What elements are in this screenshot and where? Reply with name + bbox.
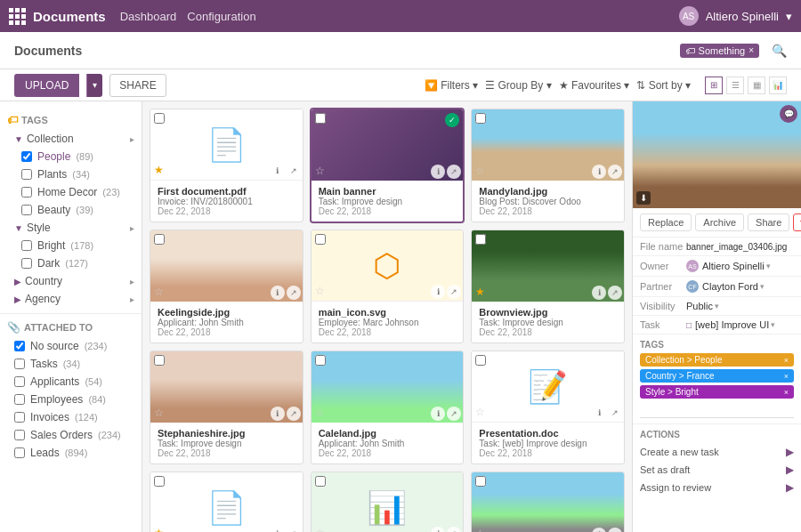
info-icon[interactable]: ℹ xyxy=(431,527,445,532)
sidebar-item-home-decor[interactable]: Home Decor (23) xyxy=(0,183,142,201)
tag-remove-icon[interactable]: × xyxy=(784,388,789,397)
star-icon[interactable]: ☆ xyxy=(154,286,164,298)
tag-collection-people[interactable]: Collection > People × xyxy=(640,353,794,367)
filter-button[interactable]: 🔽 Filters ▾ xyxy=(425,79,478,92)
star-icon[interactable]: ☆ xyxy=(315,527,325,532)
sidebar-item-employees[interactable]: Employees (84) xyxy=(0,391,142,408)
doc-checkbox[interactable] xyxy=(154,113,165,124)
sidebar-item-sales-orders[interactable]: Sales Orders (234) xyxy=(0,426,142,444)
star-icon[interactable]: ☆ xyxy=(315,165,325,177)
share-icon[interactable]: ↗ xyxy=(447,527,461,532)
share-icon[interactable]: ↗ xyxy=(447,407,461,421)
action-create-task[interactable]: Create a new task ▶ xyxy=(640,443,794,461)
tag-style-bright[interactable]: Style > Bright × xyxy=(640,385,794,399)
tasks-checkbox[interactable] xyxy=(14,359,25,369)
action-set-draft[interactable]: Set as draft ▶ xyxy=(640,461,794,479)
share-icon[interactable]: ↗ xyxy=(608,528,622,532)
action-assign-review[interactable]: Assign to review ▶ xyxy=(640,479,794,496)
sidebar-attached-header[interactable]: 📎 ATTACHED TO xyxy=(0,318,142,337)
document-card[interactable]: ☆ℹ↗ Mandyland.jpg Blog Post: Discover Od… xyxy=(471,109,625,222)
document-card[interactable]: ☆ℹ↗ Keelingside.jpg Applicant: John Smit… xyxy=(150,230,303,343)
doc-checkbox[interactable] xyxy=(154,234,165,245)
star-icon[interactable]: ☆ xyxy=(315,285,325,297)
sidebar-item-people[interactable]: People (89) xyxy=(0,148,142,165)
star-icon[interactable]: ★ xyxy=(154,164,164,176)
star-icon[interactable]: ☆ xyxy=(475,406,485,418)
document-card[interactable]: 📄★ℹ↗ First document.pdf Invoice: INV/201… xyxy=(150,109,303,222)
doc-checkbox[interactable] xyxy=(475,355,486,366)
doc-checkbox[interactable] xyxy=(315,234,326,245)
star-icon[interactable]: ☆ xyxy=(475,165,485,177)
archive-button[interactable]: Archive xyxy=(695,214,744,231)
view-grid-icon[interactable]: ⊞ xyxy=(705,77,723,94)
document-card[interactable]: ☆ℹ↗ East Orlandomouth.jpg Task: Improve … xyxy=(471,472,625,532)
sidebar-item-collection[interactable]: ▼ Collection ▸ xyxy=(0,130,142,148)
panel-share-button[interactable]: Share xyxy=(748,214,789,231)
group-by-button[interactable]: ☰ Group By ▾ xyxy=(485,79,551,92)
info-icon[interactable]: ℹ xyxy=(592,528,606,532)
info-icon[interactable]: ℹ xyxy=(271,527,285,532)
view-chart-icon[interactable]: 📊 xyxy=(769,77,787,94)
doc-checkbox[interactable] xyxy=(475,476,486,487)
star-icon[interactable]: ★ xyxy=(154,527,164,532)
share-button[interactable]: SHARE xyxy=(109,74,166,97)
employees-checkbox[interactable] xyxy=(14,394,25,405)
dark-checkbox[interactable] xyxy=(21,258,32,269)
star-icon[interactable]: ☆ xyxy=(154,407,164,419)
share-icon[interactable]: ↗ xyxy=(608,286,622,300)
partner-select[interactable]: CF Clayton Ford ▾ xyxy=(686,280,794,293)
user-name[interactable]: Altiero Spinelli xyxy=(706,10,779,23)
tag-country-france[interactable]: Country > France × xyxy=(640,369,794,383)
document-card[interactable]: ★ℹ↗ Brownview.jpg Task: Improve design D… xyxy=(471,230,625,343)
info-icon[interactable]: ℹ xyxy=(271,407,285,421)
info-icon[interactable]: ℹ xyxy=(431,285,445,299)
star-icon[interactable]: ★ xyxy=(475,286,485,298)
no-source-checkbox[interactable] xyxy=(14,341,25,351)
document-card[interactable]: 📝☆ℹ↗ Presentation.doc Task: [web] Improv… xyxy=(471,351,625,464)
info-icon[interactable]: ℹ xyxy=(592,286,606,300)
document-card[interactable]: ☆✓ℹ↗ Main banner Task: Improve design De… xyxy=(311,109,465,222)
view-table-icon[interactable]: ▦ xyxy=(748,77,765,94)
upload-button[interactable]: UPLOAD xyxy=(14,74,79,97)
leads-checkbox[interactable] xyxy=(14,447,25,458)
doc-checkbox[interactable] xyxy=(475,113,486,124)
sales-orders-checkbox[interactable] xyxy=(14,430,25,440)
home-decor-checkbox[interactable] xyxy=(21,187,32,197)
upload-dropdown-button[interactable]: ▾ xyxy=(86,74,102,97)
share-icon[interactable]: ↗ xyxy=(287,164,301,178)
sidebar-item-applicants[interactable]: Applicants (54) xyxy=(0,373,142,391)
beauty-checkbox[interactable] xyxy=(21,205,32,215)
sidebar-item-bright[interactable]: Bright (178) xyxy=(0,237,142,254)
star-icon[interactable]: ☆ xyxy=(315,407,325,419)
sidebar-item-style[interactable]: ▼ Style ▸ xyxy=(0,219,142,237)
replace-button[interactable]: Replace xyxy=(640,214,692,231)
search-tag-close[interactable]: × xyxy=(748,45,754,55)
plants-checkbox[interactable] xyxy=(21,169,32,180)
delete-button[interactable]: 🗑 xyxy=(793,214,801,231)
filename-value[interactable]: banner_image_03406.jpg xyxy=(686,242,794,252)
sort-by-button[interactable]: ⇅ Sort by ▾ xyxy=(636,79,691,92)
star-icon[interactable]: ☆ xyxy=(475,528,485,532)
doc-checkbox[interactable] xyxy=(154,476,165,487)
sidebar-item-dark[interactable]: Dark (127) xyxy=(0,254,142,272)
share-icon[interactable]: ↗ xyxy=(287,407,301,421)
sidebar-item-beauty[interactable]: Beauty (39) xyxy=(0,201,142,219)
sidebar-item-country[interactable]: ▶ Country ▸ xyxy=(0,272,142,290)
task-select[interactable]: □ [web] Improve UI ▾ xyxy=(686,319,794,330)
info-icon[interactable]: ℹ xyxy=(271,286,285,300)
owner-select[interactable]: AS Altiero Spinelli ▾ xyxy=(686,260,794,272)
doc-checkbox[interactable] xyxy=(154,355,165,366)
invoices-checkbox[interactable] xyxy=(14,412,25,423)
share-icon[interactable]: ↗ xyxy=(287,286,301,300)
favourites-button[interactable]: ★ Favourites ▾ xyxy=(559,79,630,92)
search-icon[interactable]: 🔍 xyxy=(772,44,787,58)
sidebar-item-agency[interactable]: ▶ Agency ▸ xyxy=(0,290,142,308)
applicants-checkbox[interactable] xyxy=(14,376,25,387)
sidebar-item-leads[interactable]: Leads (894) xyxy=(0,444,142,462)
tag-remove-icon[interactable]: × xyxy=(784,356,789,365)
info-icon[interactable]: ℹ xyxy=(431,165,445,179)
share-icon[interactable]: ↗ xyxy=(447,165,461,179)
nav-dashboard[interactable]: Dashboard xyxy=(120,10,177,23)
tag-remove-icon[interactable]: × xyxy=(784,372,789,381)
comment-badge[interactable]: 💬 xyxy=(780,105,797,123)
